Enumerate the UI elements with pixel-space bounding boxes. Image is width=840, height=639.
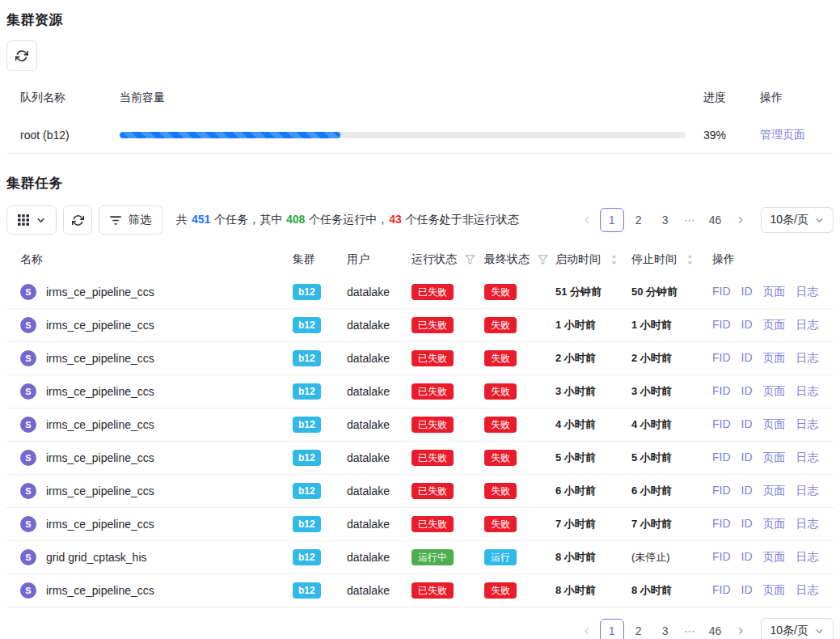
- page-link[interactable]: 页面: [763, 550, 786, 565]
- stop-time: (未停止): [631, 550, 712, 565]
- avatar: S: [20, 582, 36, 599]
- id-link[interactable]: ID: [741, 451, 753, 465]
- run-status-badge: 已失败: [412, 582, 454, 599]
- log-link[interactable]: 日志: [796, 583, 819, 598]
- page-button-3[interactable]: 3: [653, 208, 677, 232]
- id-link[interactable]: ID: [741, 583, 753, 598]
- next-page-button[interactable]: [730, 619, 751, 639]
- fid-link[interactable]: FID: [712, 517, 731, 531]
- task-name: irms_ce_pipeline_ccs: [46, 352, 154, 365]
- stop-time: 1 小时前: [631, 318, 712, 332]
- page-link[interactable]: 页面: [763, 384, 786, 399]
- resources-title: 集群资源: [6, 11, 834, 29]
- tasks-title: 集群任务: [6, 174, 834, 193]
- prev-page-button[interactable]: [576, 208, 597, 232]
- prev-page-button[interactable]: [576, 619, 597, 639]
- page-button-3[interactable]: 3: [653, 619, 677, 639]
- page-size-select[interactable]: 10条/页: [761, 207, 834, 233]
- page-link[interactable]: 页面: [763, 285, 786, 299]
- progress-value: 39%: [703, 129, 760, 142]
- final-status-badge: 失败: [484, 317, 517, 333]
- log-link[interactable]: 日志: [796, 451, 819, 465]
- action-header: 操作: [760, 91, 834, 105]
- user-cell: datalake: [347, 286, 412, 298]
- filter-button[interactable]: 筛选: [99, 205, 163, 235]
- id-link[interactable]: ID: [741, 417, 753, 432]
- id-link[interactable]: ID: [741, 517, 753, 531]
- page-link[interactable]: 页面: [763, 517, 786, 531]
- page-button-last[interactable]: 46: [703, 619, 728, 639]
- id-link[interactable]: ID: [741, 285, 753, 299]
- table-row: S irms_ce_pipeline_ccs b12 datalake 已失败 …: [6, 508, 834, 541]
- run-status-badge: 已失败: [412, 317, 454, 333]
- task-name: irms_ce_pipeline_ccs: [46, 584, 154, 597]
- avatar: S: [20, 284, 36, 300]
- tasks-refresh-button[interactable]: [63, 205, 92, 235]
- page-button-2[interactable]: 2: [627, 208, 651, 232]
- run-status-header: 运行状态: [412, 252, 457, 267]
- page-link[interactable]: 页面: [763, 451, 786, 465]
- fid-link[interactable]: FID: [712, 351, 731, 366]
- fid-link[interactable]: FID: [712, 417, 731, 432]
- cluster-badge: b12: [293, 284, 321, 300]
- manage-page-link[interactable]: 管理页面: [760, 128, 805, 141]
- avatar: S: [20, 450, 36, 466]
- page-link[interactable]: 页面: [763, 583, 786, 598]
- page-ellipsis[interactable]: ⋯: [680, 214, 701, 226]
- cluster-badge: b12: [293, 317, 321, 333]
- filter-funnel-icon[interactable]: [465, 255, 475, 264]
- page-link[interactable]: 页面: [763, 417, 786, 432]
- resources-refresh-button[interactable]: [6, 40, 37, 71]
- task-name: irms_ce_pipeline_ccs: [46, 418, 154, 431]
- row-actions: FIDID页面日志: [712, 384, 834, 399]
- id-link[interactable]: ID: [741, 351, 753, 366]
- page-size-select[interactable]: 10条/页: [761, 618, 834, 639]
- log-link[interactable]: 日志: [796, 517, 819, 531]
- fid-link[interactable]: FID: [712, 550, 731, 565]
- id-link[interactable]: ID: [741, 484, 753, 498]
- log-link[interactable]: 日志: [796, 417, 819, 432]
- fid-link[interactable]: FID: [712, 484, 731, 498]
- sort-carets-icon[interactable]: [686, 254, 694, 265]
- next-page-button[interactable]: [730, 208, 751, 232]
- log-link[interactable]: 日志: [796, 484, 819, 498]
- log-link[interactable]: 日志: [796, 351, 819, 366]
- log-link[interactable]: 日志: [796, 285, 819, 299]
- log-link[interactable]: 日志: [796, 318, 819, 332]
- id-link[interactable]: ID: [741, 384, 753, 399]
- column-settings-button[interactable]: [6, 205, 57, 235]
- page-link[interactable]: 页面: [763, 318, 786, 332]
- stop-time: 8 小时前: [631, 583, 712, 598]
- page-button-1[interactable]: 1: [600, 208, 624, 232]
- page-button-last[interactable]: 46: [703, 208, 728, 232]
- fid-link[interactable]: FID: [712, 583, 731, 598]
- sort-carets-icon[interactable]: [610, 254, 618, 265]
- page-button-1[interactable]: 1: [600, 619, 624, 639]
- cluster-badge: b12: [293, 549, 321, 565]
- chevron-down-icon: [815, 216, 824, 225]
- pagination-bottom: 1 2 3 ⋯ 46: [576, 619, 751, 639]
- page-link[interactable]: 页面: [763, 484, 786, 498]
- fid-link[interactable]: FID: [712, 285, 731, 299]
- tasks-toolbar: 筛选 共 451 个任务，其中 408 个任务运行中，43 个任务处于非运行状态…: [6, 205, 834, 235]
- id-link[interactable]: ID: [741, 318, 753, 332]
- start-time: 3 小时前: [555, 384, 631, 399]
- avatar: S: [20, 383, 36, 400]
- fid-link[interactable]: FID: [712, 318, 731, 332]
- id-link[interactable]: ID: [741, 550, 753, 565]
- avatar: S: [20, 516, 36, 532]
- cluster-badge: b12: [293, 582, 321, 599]
- page-ellipsis[interactable]: ⋯: [680, 624, 701, 637]
- run-status-badge: 已失败: [412, 284, 454, 300]
- queue-name-header: 队列名称: [6, 91, 120, 105]
- stop-time: 5 小时前: [631, 451, 712, 465]
- fid-link[interactable]: FID: [712, 384, 731, 399]
- log-link[interactable]: 日志: [796, 550, 819, 565]
- log-link[interactable]: 日志: [796, 384, 819, 399]
- page-link[interactable]: 页面: [763, 351, 786, 366]
- filter-funnel-icon[interactable]: [538, 255, 548, 264]
- fid-link[interactable]: FID: [712, 451, 731, 465]
- task-name: grid grid_cptask_his: [46, 551, 147, 564]
- start-time-header: 启动时间: [555, 252, 601, 267]
- page-button-2[interactable]: 2: [627, 619, 651, 639]
